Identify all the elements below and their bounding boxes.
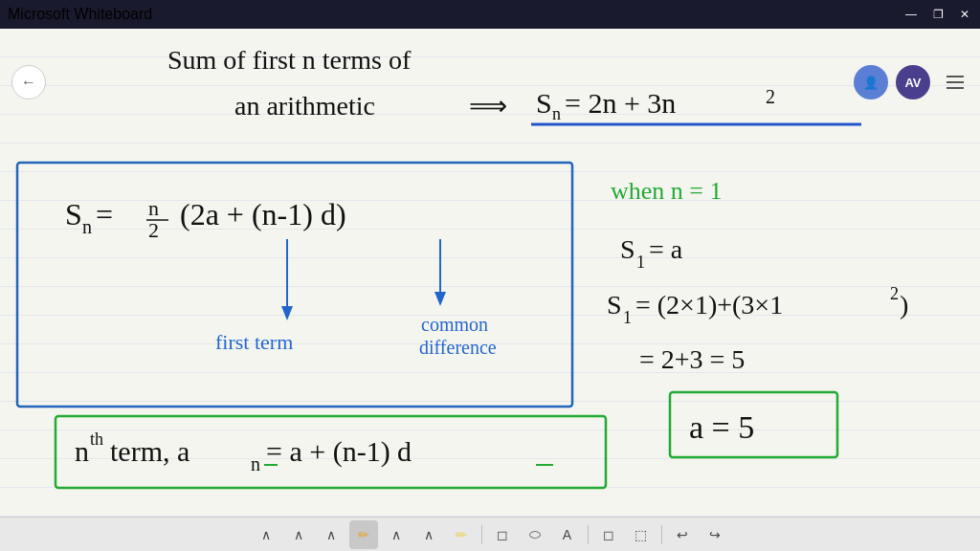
svg-text:2: 2: [890, 284, 899, 303]
minimize-button[interactable]: —: [903, 8, 919, 21]
toolbar-separator1: [481, 525, 482, 544]
tool-undo[interactable]: ↩: [668, 520, 697, 549]
tool-text[interactable]: A: [553, 520, 582, 549]
svg-text:S: S: [536, 87, 552, 119]
svg-text:2: 2: [148, 218, 159, 242]
tool-pen5[interactable]: ∧: [414, 520, 443, 549]
top-controls: 👤 AV: [854, 65, 972, 99]
svg-text:difference: difference: [419, 337, 497, 358]
svg-text:= a + (n-1) d: = a + (n-1) d: [266, 435, 412, 468]
svg-text:⟹: ⟹: [469, 91, 507, 121]
toolbar-separator2: [588, 525, 589, 544]
svg-text:S: S: [620, 234, 635, 264]
svg-marker-16: [281, 306, 293, 320]
close-button[interactable]: ✕: [957, 8, 972, 21]
tool-select[interactable]: ◻: [594, 520, 623, 549]
menu-line1: [947, 76, 964, 77]
tool-redo[interactable]: ↪: [701, 520, 729, 549]
restore-button[interactable]: ❐: [930, 8, 946, 21]
svg-text:S: S: [65, 197, 82, 231]
svg-text:S: S: [607, 290, 622, 320]
tool-pen4[interactable]: ∧: [382, 520, 411, 549]
svg-text:th: th: [90, 430, 103, 449]
svg-text:an arithmetic: an arithmetic: [234, 91, 375, 121]
tool-pen-active[interactable]: ✏: [349, 520, 378, 549]
svg-text:n: n: [552, 104, 561, 123]
user-avatar[interactable]: AV: [896, 65, 930, 99]
svg-text:first term: first term: [215, 330, 293, 354]
svg-text:=: =: [96, 197, 113, 231]
svg-text:= a: = a: [649, 234, 683, 264]
math-content: Sum of first n terms of an arithmetic ⟹ …: [0, 29, 980, 517]
whiteboard: ← 👤 AV Sum of first n terms of an arithm…: [0, 29, 980, 517]
svg-text:n: n: [251, 453, 260, 474]
tool-highlighter[interactable]: ✏: [447, 520, 476, 549]
svg-text:(2a + (n-1) d): (2a + (n-1) d): [180, 197, 346, 231]
user-initials: AV: [904, 76, 921, 90]
svg-text:= 2n + 3n: = 2n + 3n: [565, 87, 676, 119]
toolbar: ∧ ∧ ∧ ✏ ∧ ∧ ✏ ◻ ⬭ A ◻ ⬚ ↩ ↪: [0, 517, 980, 551]
svg-text:when n = 1: when n = 1: [611, 177, 722, 205]
svg-text:= 2+3  =  5: = 2+3 = 5: [639, 344, 745, 374]
tool-shape-ellipse[interactable]: ⬭: [521, 520, 549, 549]
toolbar-separator3: [661, 525, 662, 544]
svg-text:1: 1: [623, 308, 632, 327]
svg-text:n: n: [75, 435, 89, 467]
menu-line3: [947, 87, 964, 89]
tool-shape-rect[interactable]: ◻: [488, 520, 517, 549]
titlebar: Microsoft Whiteboard — ❐ ✕: [0, 0, 980, 29]
tool-pen2[interactable]: ∧: [284, 520, 313, 549]
svg-text:n: n: [82, 216, 92, 237]
titlebar-title: Microsoft Whiteboard: [8, 6, 152, 23]
tool-pen3[interactable]: ∧: [317, 520, 345, 549]
svg-marker-19: [434, 292, 446, 306]
header-line1: Sum of first n terms of: [167, 45, 412, 75]
menu-button[interactable]: [938, 65, 972, 99]
titlebar-controls: — ❐ ✕: [903, 8, 972, 21]
svg-text:= (2×1)+(3×1: = (2×1)+(3×1: [635, 290, 783, 320]
tool-image[interactable]: ⬚: [627, 520, 656, 549]
back-icon: ←: [21, 74, 36, 91]
tool-pen1[interactable]: ∧: [252, 520, 280, 549]
svg-text:2: 2: [766, 86, 775, 107]
svg-text:term, a: term, a: [110, 435, 189, 467]
back-button[interactable]: ←: [11, 65, 46, 99]
svg-text:1: 1: [636, 253, 645, 272]
svg-text:n: n: [148, 196, 159, 220]
svg-text:): ): [900, 290, 908, 320]
svg-text:common: common: [421, 314, 488, 335]
person-icon: 👤: [863, 76, 879, 90]
person-button[interactable]: 👤: [854, 65, 888, 99]
svg-text:a = 5: a = 5: [689, 409, 754, 445]
menu-line2: [947, 81, 964, 83]
